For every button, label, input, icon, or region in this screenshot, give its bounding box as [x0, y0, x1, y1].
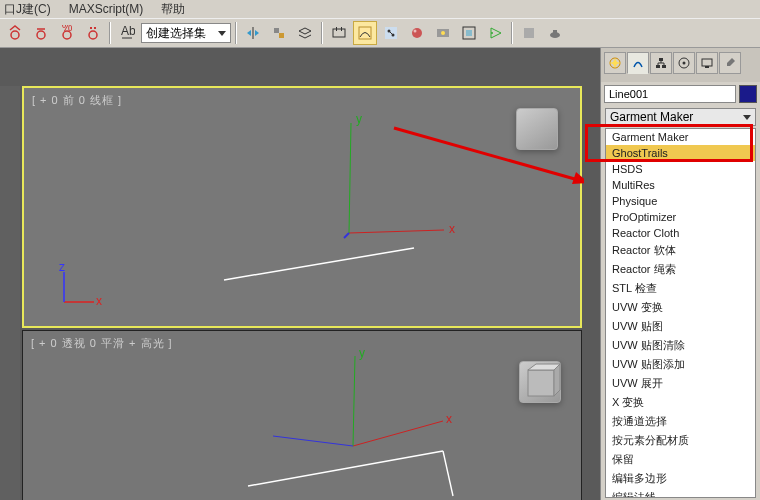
- svg-text:Abc: Abc: [121, 25, 135, 38]
- svg-point-0: [11, 31, 19, 39]
- svg-line-29: [344, 233, 349, 238]
- svg-text:z: z: [59, 262, 65, 274]
- svg-point-1: [37, 31, 45, 39]
- modifier-item[interactable]: 按元素分配材质: [606, 431, 755, 450]
- svg-rect-26: [553, 30, 557, 33]
- svg-line-41: [273, 436, 353, 446]
- align-icon[interactable]: [267, 21, 291, 45]
- svg-point-20: [441, 31, 445, 35]
- svg-rect-52: [705, 66, 709, 68]
- svg-rect-46: [659, 58, 663, 61]
- modifier-item[interactable]: Reactor 软体: [606, 241, 755, 260]
- svg-rect-51: [702, 59, 712, 66]
- command-panel-tabs: [601, 48, 760, 82]
- svg-rect-48: [662, 65, 666, 68]
- main-toolbar: % Abc 创建选择集: [0, 18, 760, 48]
- modifier-item[interactable]: 按通道选择: [606, 412, 755, 431]
- modifier-item[interactable]: ProOptimizer: [606, 209, 755, 225]
- modifier-item[interactable]: GhostTrails: [606, 145, 755, 161]
- graphite-icon[interactable]: [327, 21, 351, 45]
- svg-rect-44: [528, 370, 554, 396]
- render-icon[interactable]: [483, 21, 507, 45]
- axis-y-label: y: [356, 112, 362, 126]
- selection-set-label: 创建选择集: [146, 25, 206, 42]
- modifier-item[interactable]: UVW 贴图添加: [606, 355, 755, 374]
- viewport-area: [ + 0 前 0 线框 ] x y x z [ + 0 透视 0 平滑 + 高…: [0, 48, 600, 500]
- svg-rect-22: [466, 30, 472, 36]
- render-preset-icon[interactable]: [517, 21, 541, 45]
- mirror-icon[interactable]: [241, 21, 265, 45]
- layer-manager-icon[interactable]: [293, 21, 317, 45]
- modifier-item[interactable]: UVW 贴图: [606, 317, 755, 336]
- svg-rect-9: [279, 33, 284, 38]
- svg-text:%: %: [62, 25, 73, 34]
- menu-create[interactable]: 口J建(C): [4, 1, 51, 18]
- svg-rect-24: [524, 28, 534, 38]
- viewport-perspective[interactable]: [ + 0 透视 0 平滑 + 高光 ] x y: [22, 330, 582, 500]
- menu-maxscript[interactable]: MAXScript(M): [69, 2, 144, 16]
- modifier-item[interactable]: Reactor Cloth: [606, 225, 755, 241]
- command-panel: Line001 Garment Maker Garment Maker Ghos…: [600, 48, 760, 500]
- modifier-item[interactable]: Garment Maker: [606, 129, 755, 145]
- svg-rect-6: [94, 27, 96, 29]
- render-setup-icon[interactable]: [431, 21, 455, 45]
- svg-line-30: [224, 248, 414, 280]
- menu-bar: 口J建(C) MAXScript(M) 帮助: [0, 0, 760, 18]
- selection-set-dropdown[interactable]: 创建选择集: [141, 23, 231, 43]
- modifier-item[interactable]: UVW 变换: [606, 298, 755, 317]
- tab-modify[interactable]: [627, 52, 649, 74]
- caret-down-icon: [743, 115, 751, 120]
- svg-rect-8: [274, 28, 279, 33]
- tab-utilities[interactable]: [719, 52, 741, 74]
- svg-line-39: [353, 356, 355, 446]
- svg-line-42: [248, 451, 443, 486]
- caret-down-icon: [218, 31, 226, 36]
- modifier-current-label: Garment Maker: [610, 110, 693, 124]
- modifier-item[interactable]: 编辑法线: [606, 488, 755, 498]
- snap-icon[interactable]: [3, 21, 27, 45]
- angle-snap-icon[interactable]: [29, 21, 53, 45]
- modifier-item[interactable]: UVW 展开: [606, 374, 755, 393]
- axis-x-label: x: [449, 222, 455, 236]
- menu-help[interactable]: 帮助: [161, 1, 185, 18]
- svg-rect-11: [336, 27, 337, 31]
- svg-line-37: [353, 421, 443, 446]
- svg-rect-10: [333, 29, 345, 37]
- modifier-item[interactable]: HSDS: [606, 161, 755, 177]
- viewcube[interactable]: [516, 108, 558, 150]
- svg-text:x: x: [96, 294, 102, 308]
- svg-rect-5: [90, 27, 92, 29]
- svg-point-4: [89, 31, 97, 39]
- tab-hierarchy[interactable]: [650, 52, 672, 74]
- modifier-item[interactable]: 编辑多边形: [606, 469, 755, 488]
- modifier-item[interactable]: Reactor 绳索: [606, 260, 755, 279]
- render-frame-icon[interactable]: [457, 21, 481, 45]
- material-editor-icon[interactable]: [405, 21, 429, 45]
- svg-rect-47: [656, 65, 660, 68]
- object-name-field[interactable]: Line001: [604, 85, 736, 103]
- spinner-snap-icon[interactable]: [81, 21, 105, 45]
- tab-motion[interactable]: [673, 52, 695, 74]
- modifier-item[interactable]: STL 检查: [606, 279, 755, 298]
- viewcube[interactable]: [519, 361, 561, 403]
- modifier-item[interactable]: Physique: [606, 193, 755, 209]
- modifier-dropdown-list[interactable]: Garment Maker GhostTrails HSDS MultiRes …: [605, 128, 756, 498]
- schematic-view-icon[interactable]: [379, 21, 403, 45]
- modifier-item[interactable]: MultiRes: [606, 177, 755, 193]
- percent-snap-icon[interactable]: %: [55, 21, 79, 45]
- tab-display[interactable]: [696, 52, 718, 74]
- curve-editor-icon[interactable]: [353, 21, 377, 45]
- svg-point-23: [491, 32, 493, 34]
- modifier-item[interactable]: X 变换: [606, 393, 755, 412]
- viewport-front[interactable]: [ + 0 前 0 线框 ] x y x z: [22, 86, 582, 328]
- modifier-item[interactable]: 保留: [606, 450, 755, 469]
- svg-text:y: y: [359, 346, 365, 360]
- svg-rect-12: [341, 27, 342, 31]
- tab-create[interactable]: [604, 52, 626, 74]
- named-selection-icon[interactable]: Abc: [115, 21, 139, 45]
- modifier-list-dropdown[interactable]: Garment Maker: [605, 108, 756, 126]
- object-color-swatch[interactable]: [739, 85, 757, 103]
- svg-point-18: [414, 30, 417, 33]
- modifier-item[interactable]: UVW 贴图清除: [606, 336, 755, 355]
- teapot-icon[interactable]: [543, 21, 567, 45]
